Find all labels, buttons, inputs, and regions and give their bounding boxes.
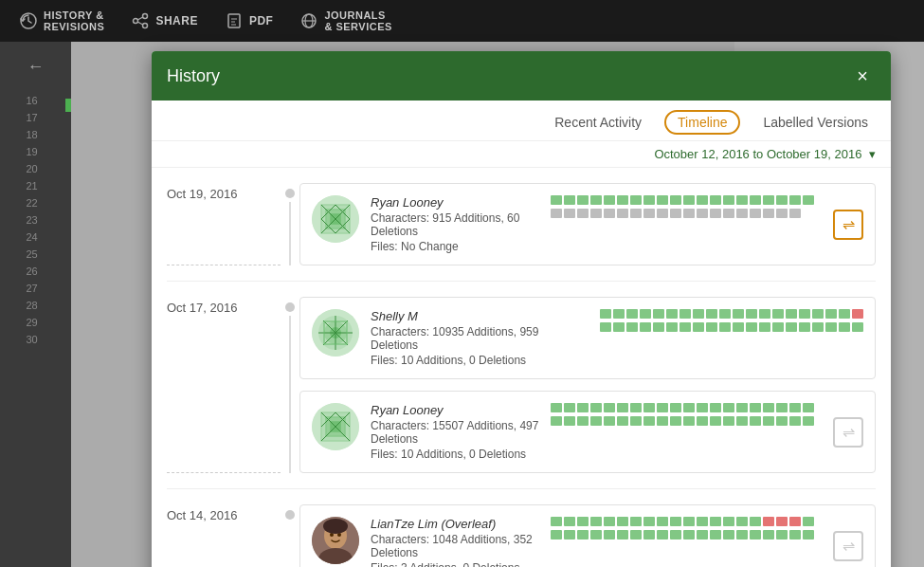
entry-bars-liantze: [551, 517, 814, 540]
bar-cell: [630, 530, 642, 540]
bar-cell: [839, 322, 850, 332]
journals-services-button[interactable]: JOURNALS & SERVICES: [288, 4, 403, 38]
bar-cell: [670, 195, 681, 205]
bar-cell: [852, 322, 863, 332]
bar-cell: [812, 322, 824, 332]
bar-cell: [666, 322, 678, 332]
bar-cell: [789, 195, 801, 205]
pdf-label: PDF: [249, 14, 274, 27]
bar-cell: [697, 209, 708, 218]
bar-cell: [643, 517, 655, 526]
pdf-icon: [225, 11, 244, 30]
bar-cell: [723, 530, 734, 540]
timeline-vline: [289, 202, 291, 265]
bar-cell: [763, 195, 774, 205]
entry-ryan-looney-oct17: Ryan Looney Characters: 15507 Additions,…: [299, 391, 876, 473]
bar-cell: [564, 195, 575, 205]
entry-files: Files: 10 Additions, 0 Deletions: [371, 354, 589, 367]
bar-cell: [590, 403, 602, 412]
bar-cell: [617, 209, 628, 218]
bar-cell: [697, 416, 708, 426]
bar-cell: [577, 530, 589, 540]
svg-point-1: [143, 14, 148, 19]
bar-cell: [772, 309, 784, 319]
bar-cell: [723, 416, 734, 426]
history-revisions-button[interactable]: HISTORY & REVISIONS: [8, 4, 116, 38]
bar-cell: [693, 322, 704, 332]
date-label-oct14: Oct 14, 2016: [167, 504, 281, 567]
bar-cell: [825, 309, 837, 319]
bar-cell: [759, 309, 770, 319]
bar-cell: [697, 403, 708, 412]
bar-cell: [670, 416, 681, 426]
bar-cell: [630, 195, 642, 205]
entry-bars-ryan-oct17: [551, 403, 814, 426]
share-button[interactable]: SHARE: [119, 6, 209, 36]
bar-cell: [746, 309, 757, 319]
back-button[interactable]: ←: [20, 49, 52, 84]
bar-cell: [640, 322, 651, 332]
timeline-dot: [285, 189, 295, 198]
svg-rect-6: [228, 14, 240, 27]
bar-cell: [604, 517, 615, 526]
bar-cell: [643, 416, 655, 426]
bar-cell: [710, 195, 721, 205]
tab-recent-activity[interactable]: Recent Activity: [547, 111, 649, 134]
date-range-selector[interactable]: October 12, 2016 to October 19, 2016 ▾: [152, 141, 891, 168]
bar-cell: [617, 403, 628, 412]
bar-cell: [723, 195, 734, 205]
compare-button-oct14[interactable]: ⇌: [833, 531, 863, 561]
bar-cell: [803, 416, 814, 426]
pdf-button[interactable]: PDF: [213, 6, 285, 36]
bar-cell: [746, 322, 757, 332]
share-label: SHARE: [155, 14, 198, 27]
date-range-text: October 12, 2016 to October 19, 2016: [654, 147, 861, 161]
timeline-line-oct14: [281, 504, 299, 567]
bar-row-1: [551, 517, 814, 526]
bar-cell: [803, 517, 814, 526]
bar-cell: [763, 403, 774, 412]
bar-row-2: [551, 416, 814, 426]
bar-cell: [736, 209, 748, 218]
bar-cell: [643, 195, 655, 205]
bar-cell: [736, 403, 748, 412]
journals-services-label: JOURNALS & SERVICES: [324, 9, 391, 32]
entry-info-ryan-oct17: Ryan Looney Characters: 15507 Additions,…: [371, 403, 539, 461]
bar-cell: [803, 530, 814, 540]
bar-cell: [776, 209, 788, 218]
compare-button-oct17[interactable]: ⇌: [833, 417, 863, 448]
bar-cell: [812, 309, 824, 319]
bar-cell: [551, 416, 562, 426]
bar-cell: [710, 517, 721, 526]
bar-cell: [577, 403, 589, 412]
bar-cell: [803, 403, 814, 412]
entry-name: Ryan Looney: [371, 403, 539, 417]
entry-info-shelly: Shelly M Characters: 10935 Additions, 95…: [371, 309, 589, 367]
bar-cell: [670, 517, 681, 526]
bar-cell: [670, 209, 681, 218]
bar-cell: [590, 530, 602, 540]
timeline-vline: [289, 316, 291, 473]
bar-cell: [750, 403, 761, 412]
bar-cell: [551, 517, 562, 526]
avatar-shelly-m: [312, 309, 359, 357]
bar-cell: [657, 209, 668, 218]
bar-cell: [626, 309, 638, 319]
bar-cell: [799, 309, 810, 319]
bar-cell: [626, 322, 638, 332]
bar-cell: [750, 209, 761, 218]
bar-cell: [706, 309, 717, 319]
bar-cell: [643, 209, 655, 218]
close-button[interactable]: ×: [849, 63, 876, 89]
tab-labelled-versions[interactable]: Labelled Versions: [755, 111, 876, 134]
bar-cell: [679, 309, 691, 319]
compare-button-oct19[interactable]: ⇌: [833, 210, 863, 240]
bar-cell: [643, 403, 655, 412]
entry-bars-shelly: [600, 309, 863, 332]
bar-cell: [736, 416, 748, 426]
bar-cell: [643, 530, 655, 540]
bar-cell: [640, 309, 651, 319]
tab-timeline[interactable]: Timeline: [664, 110, 740, 135]
timeline-section-oct19: Oct 19, 2016: [167, 168, 876, 282]
entry-chars: Characters: 915 Additions, 60 Deletions: [371, 211, 539, 238]
